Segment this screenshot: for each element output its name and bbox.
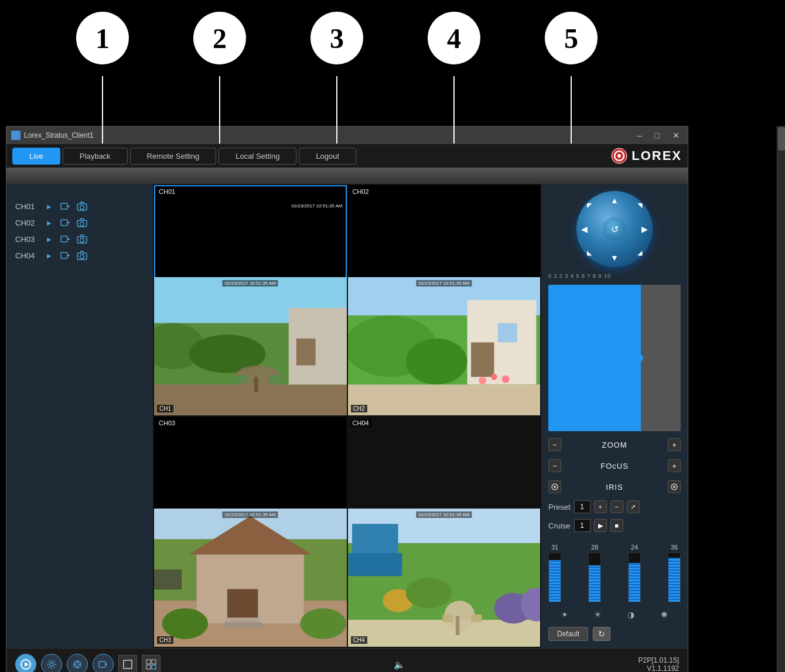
ptz-upleft-button[interactable]: ◤ bbox=[587, 202, 592, 209]
minimize-button[interactable]: – bbox=[634, 129, 646, 141]
ptz-left-button[interactable]: ◀ bbox=[581, 224, 588, 234]
channel-snapshot-ch03[interactable] bbox=[76, 234, 88, 244]
close-button[interactable]: ✕ bbox=[669, 129, 683, 141]
live-view-button[interactable] bbox=[15, 654, 36, 672]
preset-value[interactable]: 1 bbox=[574, 500, 591, 513]
channel-play-ch02[interactable]: ▶ bbox=[43, 218, 55, 227]
focus-minus-button[interactable]: − bbox=[548, 459, 561, 472]
camera-cell-ch04[interactable]: CH04 bbox=[348, 417, 541, 647]
channel-label-ch02: CH02 bbox=[15, 219, 39, 227]
ptz-downleft-button[interactable]: ◣ bbox=[587, 249, 592, 257]
camera-cell-ch02[interactable]: CH02 bbox=[348, 185, 541, 415]
zoom-plus-button[interactable]: + bbox=[668, 438, 681, 451]
preset-row: Preset 1 + − ↗ bbox=[548, 500, 681, 513]
color-icon[interactable]: ✺ bbox=[658, 608, 671, 621]
layout-4-button[interactable] bbox=[142, 655, 161, 672]
channel-record-ch01[interactable] bbox=[60, 202, 71, 211]
brightness-icon[interactable]: ✦ bbox=[558, 608, 571, 621]
channel-snapshot-ch01[interactable] bbox=[76, 202, 88, 211]
channel-record-ch02[interactable] bbox=[60, 218, 71, 227]
sun-icon[interactable]: ☀ bbox=[592, 608, 605, 621]
channel-play-ch04[interactable]: ▶ bbox=[43, 251, 55, 260]
ptz-down-button[interactable]: ▼ bbox=[610, 253, 619, 262]
ptz-center-button[interactable]: ↺ bbox=[603, 217, 626, 241]
bubble-2: 2 bbox=[193, 12, 246, 64]
channel-play-ch03[interactable]: ▶ bbox=[43, 234, 55, 244]
camera-id-ch02: CH02 bbox=[350, 187, 371, 196]
svg-point-42 bbox=[501, 376, 509, 383]
bar-track-31[interactable] bbox=[548, 552, 561, 602]
cruise-play-button[interactable]: ▶ bbox=[594, 519, 607, 532]
bubble-1-wrapper: 1 bbox=[76, 12, 129, 64]
layout-1-button[interactable] bbox=[118, 655, 137, 672]
cruise-value[interactable]: 1 bbox=[574, 519, 591, 532]
channel-label-ch03: CH03 bbox=[15, 235, 39, 244]
svg-rect-87 bbox=[152, 660, 156, 664]
svg-rect-15 bbox=[61, 253, 67, 258]
svg-rect-88 bbox=[146, 665, 151, 669]
record-button[interactable] bbox=[93, 654, 114, 672]
preset-label: Preset bbox=[548, 503, 571, 511]
channel-play-ch01[interactable]: ▶ bbox=[43, 202, 55, 211]
svg-point-10 bbox=[80, 222, 84, 226]
scrollbar[interactable] bbox=[777, 126, 785, 672]
settings-button[interactable] bbox=[41, 654, 62, 672]
scrollbar-thumb[interactable] bbox=[778, 127, 785, 151]
ptz-control-button[interactable] bbox=[67, 654, 88, 672]
refresh-button[interactable]: ↻ bbox=[593, 627, 610, 641]
iris-minus-button[interactable] bbox=[548, 480, 561, 493]
svg-rect-11 bbox=[61, 236, 67, 242]
svg-point-54 bbox=[300, 609, 346, 639]
camera-cell-ch03[interactable]: CH03 bbox=[154, 417, 347, 647]
channel-record-ch04[interactable] bbox=[60, 251, 71, 260]
ptz-upright-button[interactable]: ◥ bbox=[637, 202, 642, 209]
bubble-3: 3 bbox=[310, 12, 363, 64]
bar-col-36: 36 bbox=[668, 544, 681, 602]
svg-marker-16 bbox=[67, 254, 70, 257]
tab-playback[interactable]: Playback bbox=[63, 148, 128, 165]
maximize-button[interactable]: □ bbox=[651, 129, 663, 141]
bar-fill-36 bbox=[668, 558, 680, 602]
contrast-icon[interactable]: ◑ bbox=[624, 608, 637, 621]
bubble-5: 5 bbox=[545, 12, 598, 64]
volume-control[interactable]: 🔈 bbox=[394, 659, 405, 670]
svg-rect-86 bbox=[146, 660, 151, 664]
svg-rect-24 bbox=[296, 339, 316, 366]
focus-plus-button[interactable]: + bbox=[668, 459, 681, 472]
tab-remote-setting[interactable]: Remote Setting bbox=[130, 148, 217, 165]
iris-plus-button[interactable] bbox=[668, 480, 681, 493]
preset-minus-button[interactable]: − bbox=[610, 500, 623, 513]
tab-local-setting[interactable]: Local Setting bbox=[219, 148, 296, 165]
app-version: V1.1.1192 bbox=[647, 664, 679, 672]
cruise-stop-button[interactable]: ■ bbox=[610, 519, 623, 532]
preset-goto-button[interactable]: ↗ bbox=[627, 500, 640, 513]
channel-item-ch02: CH02 ▶ bbox=[15, 218, 144, 227]
preset-add-button[interactable]: + bbox=[594, 500, 607, 513]
bar-fill-31 bbox=[549, 560, 561, 602]
svg-rect-62 bbox=[348, 553, 402, 576]
ptz-right-button[interactable]: ▶ bbox=[641, 224, 648, 234]
svg-point-72 bbox=[554, 486, 556, 488]
ptz-up-button[interactable]: ▲ bbox=[610, 196, 619, 205]
ts-ch04-overlay: 02/23/2017 10:51:35 AM bbox=[416, 511, 472, 518]
zoom-minus-button[interactable]: − bbox=[548, 438, 561, 451]
svg-point-38 bbox=[405, 339, 467, 385]
ts-ch02-overlay: 02/23/2017 10:51:35 AM bbox=[416, 280, 472, 286]
main-content: CH01 ▶ CH02 ▶ bbox=[6, 184, 688, 648]
cruise-label: Cruise bbox=[548, 521, 571, 530]
default-button[interactable]: Default bbox=[548, 627, 588, 641]
channel-record-ch03[interactable] bbox=[60, 234, 71, 244]
channel-snapshot-ch04[interactable] bbox=[76, 251, 88, 260]
channel-item-ch01: CH01 ▶ bbox=[15, 202, 144, 211]
ptz-downright-button[interactable]: ◢ bbox=[637, 249, 642, 257]
tab-live[interactable]: Live bbox=[12, 148, 60, 165]
channel-snapshot-ch02[interactable] bbox=[76, 218, 88, 227]
speed-slider[interactable] bbox=[548, 285, 681, 431]
bar-track-36[interactable] bbox=[668, 552, 681, 602]
camera-cell-ch01[interactable]: CH01 02/23/2017 10:51:35 AM bbox=[154, 185, 347, 415]
bar-track-24[interactable] bbox=[628, 552, 641, 602]
tab-logout[interactable]: Logout bbox=[299, 148, 356, 165]
bar-track-28[interactable] bbox=[588, 552, 601, 602]
svg-marker-84 bbox=[105, 663, 108, 666]
ptz-wheel[interactable]: ▲ ▼ ◀ ▶ ◤ ◥ ◣ ◢ ↺ bbox=[576, 191, 653, 267]
